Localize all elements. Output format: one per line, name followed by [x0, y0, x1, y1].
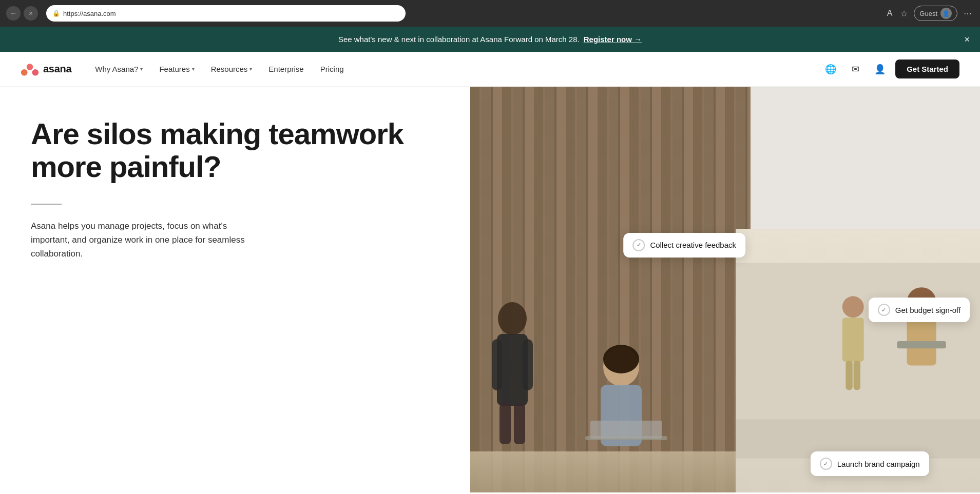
task-check-1: ✓ — [632, 239, 645, 251]
hero-left: Are silos making teamwork more painful? … — [0, 87, 470, 492]
banner-close-button[interactable]: × — [964, 34, 970, 45]
svg-rect-6 — [523, 339, 533, 390]
resources-chevron: ▾ — [249, 66, 252, 72]
hero-subtext: Asana helps you manage projects, focus o… — [31, 219, 257, 261]
nav-resources[interactable]: Resources ▾ — [204, 61, 260, 77]
svg-rect-13 — [590, 421, 662, 439]
nav-right-actions: 🌐 ✉ 👤 Get Started — [821, 60, 959, 78]
guest-label: Guest — [919, 10, 937, 17]
nav-why-asana[interactable]: Why Asana? ▾ — [88, 61, 150, 77]
navbar: asana Why Asana? ▾ Features ▾ Resources … — [0, 52, 980, 87]
mail-icon: ✉ — [852, 64, 859, 75]
gray-background-area — [751, 87, 980, 241]
browser-right-controls: A ☆ Guest 👤 ⋯ — [885, 6, 974, 21]
more-button[interactable]: ⋯ — [962, 7, 974, 21]
more-icon: ⋯ — [964, 9, 972, 18]
logo-text: asana — [43, 63, 71, 75]
lock-icon: 🔒 — [52, 10, 60, 17]
svg-rect-7 — [499, 403, 511, 444]
hero-headline: Are silos making teamwork more painful? — [31, 117, 439, 183]
svg-rect-8 — [514, 403, 525, 444]
avatar: 👤 — [940, 8, 952, 19]
nav-links: Why Asana? ▾ Features ▾ Resources ▾ Ente… — [88, 61, 821, 77]
task-check-2: ✓ — [878, 304, 890, 316]
mail-button[interactable]: ✉ — [846, 60, 864, 78]
promo-banner: See what's new & next in collaboration a… — [0, 27, 980, 52]
main-content: Are silos making teamwork more painful? … — [0, 87, 980, 492]
standing-person — [482, 298, 543, 452]
bookmark-button[interactable]: ☆ — [898, 7, 910, 21]
svg-point-1 — [21, 69, 28, 76]
avatar-icon: 👤 — [943, 10, 950, 17]
logo[interactable]: asana — [21, 62, 71, 76]
task-label-3: Launch brand campaign — [837, 460, 920, 468]
get-started-button[interactable]: Get Started — [895, 60, 959, 78]
enterprise-label: Enterprise — [268, 65, 303, 73]
guest-profile[interactable]: Guest 👤 — [914, 6, 957, 21]
url-text: https://asana.com — [63, 10, 116, 17]
svg-point-2 — [32, 69, 39, 76]
globe-icon: 🌐 — [825, 64, 836, 75]
banner-text: See what's new & next in collaboration a… — [338, 35, 580, 44]
user-button[interactable]: 👤 — [871, 60, 889, 78]
hero-right: ✓ Collect creative feedback ✓ Get budget… — [470, 87, 980, 492]
svg-point-3 — [498, 302, 527, 335]
svg-rect-21 — [853, 361, 860, 390]
nav-pricing[interactable]: Pricing — [313, 61, 351, 77]
close-button[interactable]: × — [24, 6, 38, 21]
desk-surface — [470, 451, 751, 492]
back-button[interactable]: ← — [6, 6, 21, 21]
svg-rect-19 — [842, 318, 863, 362]
task-check-3: ✓ — [820, 458, 832, 470]
resources-label: Resources — [211, 65, 248, 73]
features-label: Features — [159, 65, 189, 73]
close-icon: × — [29, 9, 33, 17]
task-card-1: ✓ Collect creative feedback — [623, 233, 745, 258]
task-card-3: ✓ Launch brand campaign — [811, 451, 929, 476]
hero-divider — [31, 204, 62, 205]
svg-rect-5 — [492, 339, 502, 390]
globe-button[interactable]: 🌐 — [821, 60, 840, 78]
task-card-2: ✓ Get budget sign-off — [869, 298, 970, 322]
banner-cta[interactable]: Register now → — [584, 35, 642, 44]
svg-rect-17 — [897, 341, 946, 348]
pricing-label: Pricing — [320, 65, 344, 73]
translate-icon: A — [887, 9, 893, 17]
browser-chrome: ← × 🔒 https://asana.com A ☆ Guest 👤 ⋯ — [0, 0, 980, 27]
back-icon: ← — [10, 9, 17, 17]
svg-point-0 — [27, 64, 33, 70]
left-office-scene — [470, 87, 751, 492]
why-asana-label: Why Asana? — [95, 65, 138, 73]
translate-button[interactable]: A — [885, 7, 895, 20]
user-icon: 👤 — [874, 64, 886, 75]
features-chevron: ▾ — [192, 66, 195, 72]
svg-rect-20 — [846, 361, 852, 390]
address-bar[interactable]: 🔒 https://asana.com — [46, 5, 406, 22]
task-label-2: Get budget sign-off — [895, 306, 960, 314]
browser-controls: ← × — [6, 6, 38, 21]
svg-point-18 — [842, 296, 863, 318]
why-asana-chevron: ▾ — [140, 66, 143, 72]
nav-features[interactable]: Features ▾ — [152, 61, 201, 77]
svg-point-10 — [603, 345, 639, 373]
asana-logo-icon — [21, 62, 39, 76]
nav-enterprise[interactable]: Enterprise — [261, 61, 311, 77]
bookmark-icon: ☆ — [900, 9, 908, 18]
task-label-1: Collect creative feedback — [650, 241, 736, 249]
